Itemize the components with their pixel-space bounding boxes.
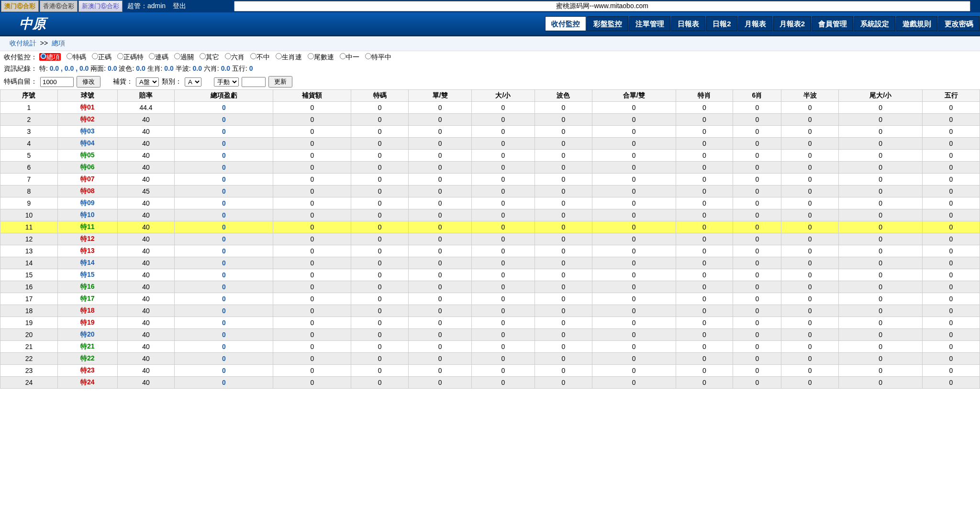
filter-radio[interactable] <box>225 53 231 59</box>
breadcrumb-root[interactable]: 收付統計 <box>10 39 36 47</box>
nav-tab[interactable]: 遊戲規則 <box>896 16 937 31</box>
data-table: 序號球號賠率總項盈虧補貨額特碼單/雙大/小波色合單/雙特肖6肖半波尾大/小五行 … <box>0 89 980 389</box>
nav-tab[interactable]: 收付監控 <box>545 16 586 31</box>
filter-option[interactable]: 六肖 <box>225 53 245 61</box>
table-row[interactable]: 20特2040000000000000 <box>0 329 980 341</box>
filter-radio[interactable] <box>200 53 206 59</box>
filter-option[interactable]: 正碼 <box>92 53 111 61</box>
nav-tab[interactable]: 彩盤監控 <box>587 16 628 31</box>
table-row[interactable]: 3特0340000000000000 <box>0 126 980 138</box>
nav-tab[interactable]: 月報表 <box>738 16 772 31</box>
filter-option[interactable]: 特平中 <box>365 53 391 61</box>
type-select[interactable]: A <box>185 77 201 87</box>
table-row[interactable]: 15特1540000000000000 <box>0 269 980 281</box>
nav-tab[interactable]: 更改密碼 <box>938 16 980 31</box>
table-row[interactable]: 5特0540000000000000 <box>0 150 980 162</box>
table-row[interactable]: 24特2440000000000000 <box>0 377 980 389</box>
table-row[interactable]: 19特1940000000000000 <box>0 317 980 329</box>
cell-total: 0 <box>175 126 273 138</box>
lottery-btn-hk[interactable]: 香港⑥合彩 <box>40 0 78 12</box>
filter-option[interactable]: 正碼特 <box>117 53 144 61</box>
table-row[interactable]: 11特1140000000000000 <box>0 221 980 233</box>
filter-radio[interactable] <box>250 53 256 59</box>
nav-tab[interactable]: 系統設定 <box>854 16 895 31</box>
lottery-btn-new-macau[interactable]: 新澳门⑥合彩 <box>78 0 122 12</box>
filter-radio[interactable] <box>365 53 371 59</box>
table-row[interactable]: 12特1240000000000000 <box>0 233 980 245</box>
cell-value: 0 <box>839 317 923 329</box>
table-row[interactable]: 23特2340000000000000 <box>0 365 980 377</box>
retain-input[interactable] <box>40 77 74 87</box>
cell-value: 0 <box>409 186 472 197</box>
table-row[interactable]: 10特1040000000000000 <box>0 209 980 221</box>
cell-value: 0 <box>472 365 535 377</box>
table-row[interactable]: 18特1840000000000000 <box>0 305 980 317</box>
nav-tab[interactable]: 日報2 <box>706 16 737 31</box>
nav-tab[interactable]: 日報表 <box>671 16 705 31</box>
table-row[interactable]: 17特1740000000000000 <box>0 293 980 305</box>
cell-value: 0 <box>923 341 980 353</box>
filter-radio[interactable] <box>92 53 98 59</box>
filter-radio[interactable] <box>340 53 346 59</box>
filter-radio[interactable] <box>149 53 155 59</box>
filter-radio[interactable] <box>308 53 314 59</box>
filter-radio[interactable] <box>174 53 180 59</box>
cell-seq: 23 <box>0 365 58 377</box>
filter-radio[interactable] <box>67 53 73 59</box>
filter-option[interactable]: 特碼 <box>67 53 86 61</box>
lottery-btn-macau[interactable]: 澳门⑥合彩 <box>1 0 39 12</box>
breadcrumb-leaf[interactable]: 總項 <box>52 39 65 47</box>
nav-tab[interactable]: 月報表2 <box>773 16 811 31</box>
filter-option[interactable]: 連碼 <box>149 53 168 61</box>
cell-value: 0 <box>273 329 351 341</box>
table-row[interactable]: 4特0440000000000000 <box>0 138 980 150</box>
filter-bar: 收付監控： 總項 特碼 正碼 正碼特 連碼 過關 其它 六肖 不中 生肖連 尾數… <box>0 51 980 64</box>
filter-option[interactable]: 生肖連 <box>276 53 302 61</box>
table-row[interactable]: 14特1440000000000000 <box>0 257 980 269</box>
pan-select[interactable]: A盤 <box>136 77 159 87</box>
filter-radio[interactable] <box>276 53 282 59</box>
table-row[interactable]: 16特1640000000000000 <box>0 281 980 293</box>
logout-link[interactable]: 登出 <box>173 2 186 11</box>
mode-input[interactable] <box>242 77 266 87</box>
cell-value: 0 <box>839 233 923 245</box>
top-search-input[interactable] <box>234 1 970 11</box>
table-row[interactable]: 6特0640000000000000 <box>0 162 980 174</box>
table-row[interactable]: 1特0144.4000000000000 <box>0 102 980 114</box>
filter-radio[interactable] <box>40 53 46 59</box>
modify-button[interactable] <box>77 76 100 87</box>
filter-option[interactable]: 其它 <box>200 53 219 61</box>
cell-value: 0 <box>781 317 839 329</box>
filter-option[interactable]: 尾數連 <box>308 53 334 61</box>
cell-value: 0 <box>839 341 923 353</box>
cell-value: 0 <box>535 209 592 221</box>
cell-total: 0 <box>175 233 273 245</box>
table-row[interactable]: 9特0940000000000000 <box>0 197 980 209</box>
table-row[interactable]: 22特2240000000000000 <box>0 353 980 365</box>
table-row[interactable]: 13特1340000000000000 <box>0 245 980 257</box>
table-row[interactable]: 7特0740000000000000 <box>0 174 980 186</box>
table-row[interactable]: 21特2140000000000000 <box>0 341 980 353</box>
table-row[interactable]: 2特0240000000000000 <box>0 114 980 126</box>
nav-tab[interactable]: 注單管理 <box>629 16 670 31</box>
cell-value: 0 <box>923 329 980 341</box>
filter-radio[interactable] <box>117 53 123 59</box>
filter-option[interactable]: 中一 <box>340 53 359 61</box>
cell-value: 0 <box>781 329 839 341</box>
cell-value: 0 <box>733 114 781 126</box>
mode-select[interactable]: 手動 <box>214 77 239 87</box>
cell-value: 0 <box>923 293 980 305</box>
cell-value: 0 <box>839 293 923 305</box>
filter-option[interactable]: 過關 <box>174 53 194 61</box>
table-row[interactable]: 8特0845000000000000 <box>0 186 980 197</box>
filter-option[interactable]: 總項 <box>39 53 61 61</box>
table-wrapper[interactable]: 序號球號賠率總項盈虧補貨額特碼單/雙大/小波色合單/雙特肖6肖半波尾大/小五行 … <box>0 89 980 389</box>
update-button[interactable] <box>268 76 292 87</box>
filter-option[interactable]: 不中 <box>250 53 270 61</box>
cell-ball: 特16 <box>57 281 117 293</box>
cell-value: 0 <box>923 138 980 150</box>
cell-value: 0 <box>409 341 472 353</box>
nav-tab[interactable]: 會員管理 <box>812 16 853 31</box>
cell-value: 0 <box>839 329 923 341</box>
cell-value: 0 <box>781 138 839 150</box>
